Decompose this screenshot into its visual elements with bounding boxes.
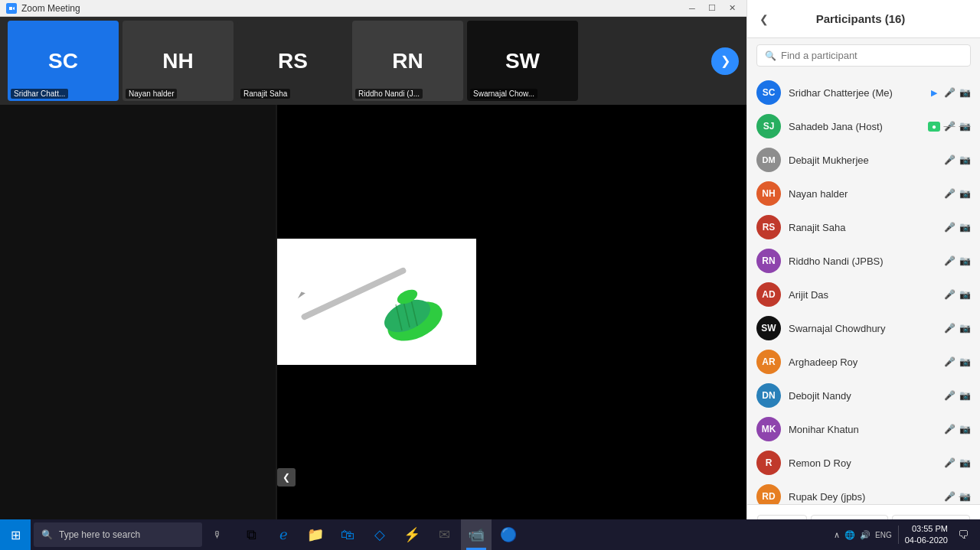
thumbnail-3[interactable]: RN Riddho Nandi (J...: [352, 21, 463, 101]
participant-icons: ▶ 🎤 📷: [928, 87, 971, 98]
zoom-taskbar-button[interactable]: 📹: [461, 519, 492, 550]
cam-icon: 📷: [959, 87, 971, 98]
taskbar-search-box[interactable]: 🔍 Type here to search: [34, 522, 202, 547]
file-explorer-button[interactable]: 📁: [300, 519, 331, 550]
taskbar-search-icon: 🔍: [41, 529, 53, 540]
participant-name: Nayan halder: [789, 188, 936, 200]
list-item[interactable]: DM Debajit Mukherjee 🎤 📷: [747, 143, 980, 177]
list-item[interactable]: NH Nayan halder 🎤 📷: [747, 177, 980, 210]
minimize-button[interactable]: ─: [684, 0, 701, 17]
cam-icon: 📷: [959, 188, 971, 199]
list-item[interactable]: SC Sridhar Chatterjee (Me) ▶ 🎤 📷: [747, 76, 980, 109]
thumbnail-2[interactable]: RS Ranajit Saha: [237, 21, 348, 101]
notification-button[interactable]: 🗨: [951, 522, 975, 547]
taskbar-mic-icon[interactable]: 🎙: [205, 522, 230, 547]
app6-button[interactable]: ⚡: [397, 519, 427, 550]
speaker-icon[interactable]: 🔊: [860, 530, 871, 540]
list-item[interactable]: DN Debojit Nandy 🎤 📷: [747, 379, 980, 412]
network-icon[interactable]: 🌐: [844, 530, 855, 540]
cam-icon: 📷: [959, 222, 971, 233]
list-item[interactable]: RD Rupak Dey (jpbs) 🎤 📷: [747, 480, 980, 504]
chevron-left-icon[interactable]: ❮: [760, 13, 769, 25]
window-controls: ─ ☐ ✕: [684, 0, 740, 17]
participant-name: Arghadeep Roy: [789, 356, 936, 368]
close-button[interactable]: ✕: [724, 0, 740, 17]
list-item[interactable]: SJ Sahadeb Jana (Host) ● 🎤 📷: [747, 109, 980, 143]
list-item[interactable]: RS Ranajit Saha 🎤 📷: [747, 210, 980, 244]
collapse-panel-button[interactable]: ❮: [277, 468, 296, 487]
taskbar-search-text: Type here to search: [59, 529, 140, 540]
avatar: MK: [756, 417, 781, 441]
nav-next-button[interactable]: ❯: [711, 47, 739, 75]
avatar: DN: [756, 383, 781, 408]
window-title: Zoom Meeting: [21, 3, 80, 14]
avatar: R: [756, 451, 781, 475]
edge-button[interactable]: ℯ: [268, 519, 299, 550]
thumbnail-1[interactable]: NH Nayan halder: [122, 21, 234, 101]
thumbnail-strip: SC Sridhar Chatt... NH Nayan halder RS R…: [0, 17, 746, 105]
mic-icon: 🎤: [943, 323, 956, 334]
participant-icons: 🎤 📷: [943, 222, 971, 233]
clock[interactable]: 03:55 PM 04-06-2020: [905, 523, 948, 547]
mic-muted-icon: 🎤: [943, 390, 956, 401]
participant-icons: 🎤 📷: [943, 424, 971, 434]
thumbnail-label-1: Nayan halder: [126, 89, 177, 99]
mic-muted-icon: 🎤: [943, 87, 956, 98]
thumbnail-4[interactable]: SW Swarnajal Chow...: [467, 21, 578, 101]
panel-title: Participants (16): [816, 12, 906, 25]
search-box: 🔍: [756, 44, 971, 67]
cam-icon: 📷: [959, 457, 971, 468]
maximize-button[interactable]: ☐: [704, 0, 720, 17]
mic-icon: 🎤: [943, 222, 956, 233]
list-item[interactable]: R Remon D Roy 🎤 📷: [747, 446, 980, 480]
search-input[interactable]: [781, 50, 962, 61]
list-item[interactable]: AR Arghadeep Roy 🎤 📷: [747, 345, 980, 379]
participant-name: Debojit Nandy: [789, 390, 936, 402]
start-button[interactable]: ⊞: [0, 519, 31, 550]
system-tray: ∧ 🌐 🔊 ENG: [834, 530, 892, 540]
cam-icon: 📷: [959, 255, 971, 266]
avatar: RD: [756, 484, 781, 504]
zoom-icon: 📹: [468, 526, 485, 543]
app7-icon: ✉: [439, 526, 450, 543]
task-view-button[interactable]: ⧉: [236, 519, 266, 550]
list-item[interactable]: MK Monihar Khatun 🎤 📷: [747, 412, 980, 446]
dropbox-button[interactable]: ◇: [364, 519, 395, 550]
app7-button[interactable]: ✉: [429, 519, 459, 550]
play-icon: ▶: [928, 88, 940, 98]
left-dark-panel: [0, 105, 276, 548]
title-bar: Zoom Meeting ─ ☐ ✕: [0, 0, 746, 17]
taskbar: ⊞ 🔍 Type here to search 🎙 ⧉ ℯ 📁 🛍 ◇ ⚡: [0, 519, 980, 550]
cam-muted-icon: 📷: [959, 121, 971, 132]
tray-up-icon[interactable]: ∧: [834, 530, 840, 540]
avatar: AR: [756, 350, 781, 374]
right-dark-panel: [476, 105, 746, 548]
cam-icon: 📷: [959, 289, 971, 300]
participant-icons: 🎤 📷: [943, 323, 971, 334]
avatar: SJ: [756, 114, 781, 138]
mic-icon: 🎤: [943, 255, 956, 266]
mic-muted-icon2: 🎤: [943, 121, 956, 132]
mic-muted-icon: 🎤: [943, 356, 956, 367]
participant-name: Remon D Roy: [789, 457, 936, 469]
app-icon: [6, 3, 17, 14]
lang-label[interactable]: ENG: [875, 531, 892, 539]
list-item[interactable]: RN Riddho Nandi (JPBS) 🎤 📷: [747, 244, 980, 278]
mic-on-icon: ●: [928, 122, 940, 132]
cam-icon: 📷: [959, 424, 971, 434]
notification-icon: 🗨: [958, 529, 969, 541]
participant-name: Ranajit Saha: [789, 222, 936, 233]
date-display: 04-06-2020: [905, 535, 948, 546]
list-item[interactable]: AD Arijit Das 🎤 📷: [747, 278, 980, 311]
svg-marker-2: [296, 290, 305, 298]
cam-muted-icon: 📷: [959, 491, 971, 502]
thumbnail-0[interactable]: SC Sridhar Chatt...: [8, 21, 119, 101]
app9-icon: 🔵: [500, 526, 517, 543]
list-item[interactable]: SW Swarnajal Chowdhury 🎤 📷: [747, 311, 980, 345]
app9-button[interactable]: 🔵: [493, 519, 524, 550]
shared-image: [277, 239, 476, 365]
app6-icon: ⚡: [403, 526, 420, 543]
participant-name: Sahadeb Jana (Host): [789, 121, 920, 132]
participant-icons: 🎤 📷: [943, 289, 971, 300]
store-button[interactable]: 🛍: [332, 519, 363, 550]
